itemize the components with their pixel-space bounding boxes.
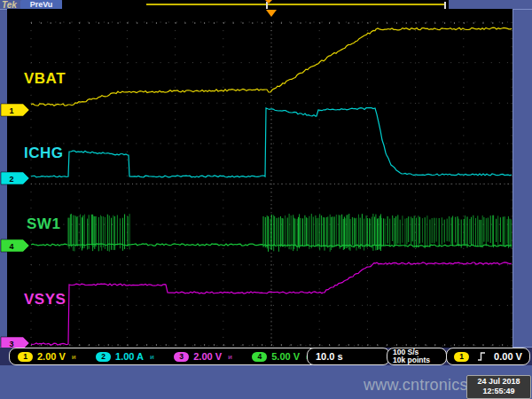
channel-scale-readouts: 1 2.00 V и 2 1.00 A и 3 2.00 V и 4 5.00 … (9, 348, 319, 365)
channel-1-scale: 2.00 V (37, 351, 66, 362)
channel-label-ichg: ICHG (24, 145, 64, 162)
channel-2-coupling-icon: и (150, 353, 154, 361)
acquisition-readout: 100 S/s 10k points (387, 348, 447, 365)
datetime-box: 24 Jul 2018 12:55:49 (466, 375, 531, 399)
record-trigger-marker-icon (265, 0, 272, 4)
trigger-source-badge: 1 (454, 352, 469, 362)
trigger-slope-rising-icon (477, 351, 486, 362)
channel-3-scale: 2.00 V (193, 351, 222, 362)
horizontal-scale-readout: 10.0 s (307, 348, 390, 365)
channel-1-badge: 1 (18, 352, 33, 362)
waveform-display: 1243 (0, 9, 512, 348)
channel-3-badge: 3 (174, 352, 189, 362)
channel-1-readout: 1 2.00 V и (18, 351, 76, 362)
channel-3-readout: 3 2.00 V и (174, 351, 232, 362)
record-length-line (146, 4, 445, 5)
time-text: 12:55:49 (467, 387, 530, 396)
channel-label-vbat: VBAT (24, 70, 66, 88)
trigger-level: 0.00 V (494, 351, 522, 362)
record-points: 10k points (393, 356, 430, 364)
channel-2-readout: 2 1.00 A и (96, 351, 154, 362)
channel-4-badge: 4 (252, 352, 267, 362)
bezel-right-line (512, 9, 513, 348)
svg-text:4: 4 (9, 242, 13, 251)
channel-4-readout: 4 5.00 V и (252, 351, 310, 362)
trigger-readout: 1 0.00 V (446, 348, 530, 365)
channel-3-coupling-icon: и (228, 353, 232, 361)
channel-2-scale: 1.00 A (115, 351, 144, 362)
channel-label-sw1: SW1 (27, 215, 60, 233)
channel-1-coupling-icon: и (72, 353, 76, 361)
svg-text:2: 2 (9, 175, 13, 184)
channel-label-vsys: VSYS (24, 291, 66, 309)
window-bracket-right-icon (444, 2, 446, 9)
svg-text:3: 3 (9, 340, 13, 348)
date-text: 24 Jul 2018 (467, 377, 530, 387)
svg-text:1: 1 (9, 106, 13, 115)
readout-bar: 1 2.00 V и 2 1.00 A и 3 2.00 V и 4 5.00 … (0, 348, 532, 365)
oscilloscope-screen: Tek PreVu 1243 VBAT ICHG SW1 VSYS 1 2.00… (0, 0, 532, 399)
channel-2-badge: 2 (96, 352, 111, 362)
channel-4-scale: 5.00 V (271, 351, 300, 362)
